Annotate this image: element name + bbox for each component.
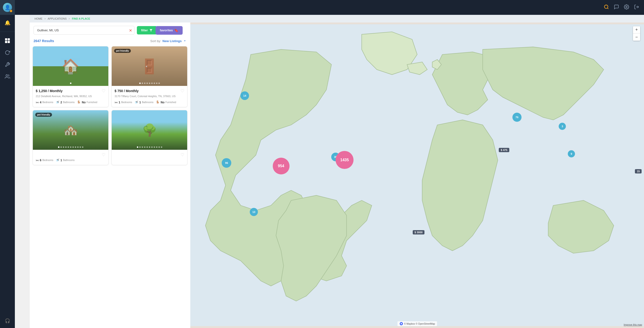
search-input[interactable] bbox=[34, 26, 134, 35]
bathrooms-feature-3: 🚿 1 Bathrooms bbox=[56, 158, 74, 162]
listing-card-3[interactable]: pet friendly bbox=[32, 110, 108, 165]
improve-map-link[interactable]: Improve this map bbox=[624, 324, 642, 326]
dot bbox=[137, 147, 138, 148]
topbar-logout-icon[interactable] bbox=[634, 4, 639, 11]
dot bbox=[158, 83, 160, 84]
bedrooms-label-1: Bedrooms bbox=[42, 101, 54, 104]
dot bbox=[146, 83, 148, 84]
listing-image-3: pet friendly bbox=[33, 110, 108, 150]
bed-icon-3: 🛏 bbox=[36, 158, 39, 162]
svg-rect-0 bbox=[5, 38, 7, 40]
listings-grid: $ 1,250 / Monthly ♡ 212 Delafield Avenue… bbox=[30, 44, 190, 328]
sidebar-item-tools[interactable] bbox=[0, 59, 15, 71]
price-marker-pm3[interactable]: 15 bbox=[635, 169, 642, 173]
favorites-button[interactable]: favorites 🔖 bbox=[156, 26, 183, 35]
listing-price-1: $ 1,250 / Monthly bbox=[36, 89, 62, 93]
favorite-heart-4[interactable]: ♡ bbox=[180, 152, 184, 158]
favorite-heart-2[interactable]: ♡ bbox=[180, 88, 184, 94]
map-attribution-right[interactable]: Improve this map bbox=[624, 324, 642, 326]
pet-badge-2: pet friendly bbox=[114, 49, 131, 53]
svg-point-5 bbox=[604, 5, 608, 8]
favorite-heart-3[interactable]: ♡ bbox=[102, 152, 106, 158]
listing-address-1: 212 Delafield Avenue, Richland, WA, 9935… bbox=[36, 95, 106, 98]
dot bbox=[139, 147, 141, 148]
sidebar-item-person[interactable] bbox=[0, 71, 15, 83]
breadcrumb-find-place: FIND A PLACE bbox=[72, 17, 90, 20]
bedrooms-feature-1: 🛏 4 Bedrooms bbox=[36, 101, 53, 104]
sidebar-item-headphone[interactable]: 🎧 bbox=[0, 316, 15, 328]
listing-card-2[interactable]: pet friendly bbox=[112, 46, 188, 107]
breadcrumb-home[interactable]: HOME bbox=[34, 17, 42, 20]
dot bbox=[156, 83, 158, 84]
map-cluster-c4[interactable]: 954 bbox=[273, 158, 290, 174]
dot bbox=[72, 147, 74, 148]
avatar-image: 👤 bbox=[3, 3, 12, 12]
avatar[interactable]: 👤 bbox=[0, 0, 15, 15]
card-body-3: ♡ 🛏 6 Bedrooms 🚿 1 Bathrooms bbox=[33, 150, 108, 165]
furnished-label-2: Furnished bbox=[165, 101, 176, 104]
breadcrumb-applications[interactable]: APPLICATIONS bbox=[48, 17, 67, 20]
map-cluster-c9[interactable]: 13 bbox=[250, 208, 258, 216]
filter-button[interactable]: filter bbox=[137, 26, 157, 34]
dot bbox=[80, 147, 81, 148]
dot bbox=[146, 147, 148, 148]
svg-point-7 bbox=[626, 6, 627, 8]
dot bbox=[68, 147, 69, 148]
listing-card-1[interactable]: $ 1,250 / Monthly ♡ 212 Delafield Avenue… bbox=[32, 46, 108, 107]
price-marker-pm1[interactable]: $ 475 bbox=[499, 148, 509, 152]
sidebar-item-refresh[interactable] bbox=[0, 47, 15, 59]
card-body-4: ♡ bbox=[112, 150, 187, 161]
dot bbox=[158, 147, 160, 148]
listing-card-4[interactable]: ♡ bbox=[112, 110, 188, 165]
bedrooms-count-2: 1 bbox=[119, 101, 120, 104]
zoom-in-button[interactable]: + bbox=[633, 26, 640, 33]
svg-rect-3 bbox=[8, 41, 10, 43]
bedrooms-label-3: Bedrooms bbox=[42, 159, 54, 162]
price-row-3: ♡ bbox=[36, 152, 106, 158]
bedrooms-feature-2: 🛏 1 Bedrooms bbox=[114, 101, 132, 104]
card-dots-1 bbox=[70, 83, 72, 84]
bathrooms-count-1: 2 bbox=[60, 101, 62, 104]
svg-rect-2 bbox=[5, 41, 7, 43]
bed-icon-2: 🛏 bbox=[114, 101, 118, 104]
search-input-wrap: ✕ bbox=[34, 26, 134, 35]
furnished-val-2: No bbox=[160, 101, 164, 104]
bathrooms-feature-1: 🚿 2 Bathrooms bbox=[56, 101, 74, 104]
furnished-val-1: No bbox=[82, 101, 86, 104]
map-controls: + − bbox=[633, 26, 640, 41]
dot bbox=[149, 83, 150, 84]
svg-line-6 bbox=[607, 8, 608, 9]
bed-icon-1: 🛏 bbox=[36, 101, 39, 104]
topbar-search-icon[interactable] bbox=[604, 4, 609, 11]
map-cluster-c5[interactable]: 1435 bbox=[336, 151, 354, 169]
dot bbox=[151, 83, 153, 84]
topbar-settings-icon[interactable] bbox=[624, 4, 629, 11]
price-row-1: $ 1,250 / Monthly ♡ bbox=[36, 88, 106, 94]
map-cluster-c6[interactable]: 76 bbox=[512, 113, 522, 122]
dot bbox=[149, 147, 150, 148]
sidebar-item-grid[interactable] bbox=[0, 35, 15, 47]
dot bbox=[154, 83, 155, 84]
sort-by[interactable]: Sort by: New Listings bbox=[150, 39, 186, 43]
dot bbox=[60, 147, 62, 148]
map-attribution: © Mapbox © OpenStreetMap bbox=[398, 321, 437, 326]
listing-features-2: 🛏 1 Bedrooms 🚿 1 Bathrooms 🪑 bbox=[114, 101, 184, 104]
dot bbox=[151, 147, 153, 148]
notifications-icon[interactable]: 🔔 bbox=[0, 17, 15, 29]
bathrooms-count-3: 1 bbox=[60, 159, 62, 162]
search-clear-icon[interactable]: ✕ bbox=[129, 28, 132, 32]
listing-features-3: 🛏 6 Bedrooms 🚿 1 Bathrooms bbox=[36, 158, 106, 162]
favorite-heart-1[interactable]: ♡ bbox=[102, 88, 106, 94]
main-content: HOME > APPLICATIONS > FIND A PLACE ✕ fil… bbox=[30, 15, 644, 328]
breadcrumb-sep-2: > bbox=[68, 17, 70, 20]
card-body-2: $ 750 / Monthly ♡ 3170 Tiffany Court, Co… bbox=[112, 86, 187, 107]
bedrooms-feature-3: 🛏 6 Bedrooms bbox=[36, 158, 53, 162]
price-marker-pm2[interactable]: $ 3000 bbox=[413, 230, 425, 234]
breadcrumb-sep-1: > bbox=[44, 17, 46, 20]
topbar-chat-icon[interactable] bbox=[614, 4, 619, 11]
bathrooms-label-2: Bathrooms bbox=[142, 101, 154, 104]
listing-price-2: $ 750 / Monthly bbox=[114, 89, 138, 93]
dot bbox=[70, 147, 72, 148]
dot bbox=[144, 147, 146, 148]
zoom-out-button[interactable]: − bbox=[633, 33, 640, 41]
